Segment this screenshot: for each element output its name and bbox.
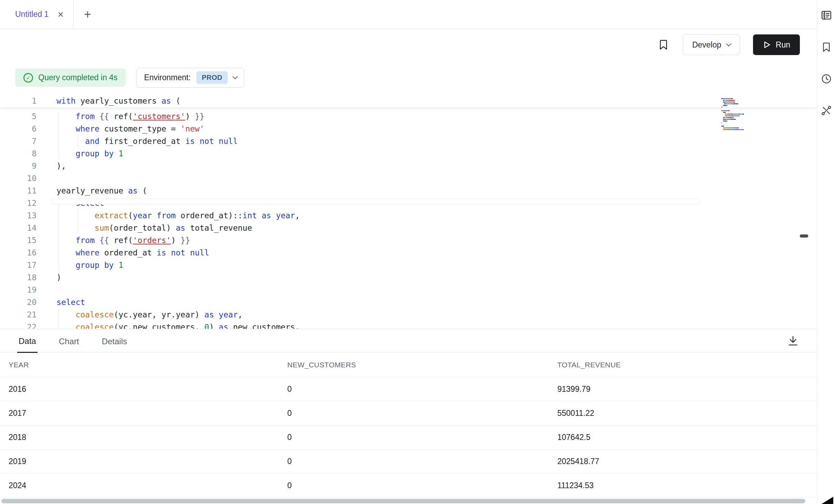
code-token: ) bbox=[209, 323, 219, 329]
code-token bbox=[56, 149, 75, 158]
lineage-panel-button[interactable] bbox=[821, 105, 832, 116]
code-token: ( bbox=[128, 211, 133, 220]
indent-guide bbox=[59, 259, 59, 271]
column-header-year[interactable]: YEAR bbox=[0, 361, 279, 369]
indent-guide bbox=[59, 135, 59, 147]
code-line[interactable]: 13 extract(year from ordered_at)::int as… bbox=[0, 209, 817, 222]
code-line[interactable]: 19 bbox=[0, 284, 817, 296]
close-tab-icon[interactable]: × bbox=[58, 9, 64, 20]
line-number: 15 bbox=[0, 234, 37, 246]
ref-link[interactable]: 'customers' bbox=[133, 112, 185, 121]
ref-link[interactable]: 'orders' bbox=[133, 236, 171, 245]
table-cell: 2016 bbox=[0, 385, 279, 394]
editor-panel-button[interactable] bbox=[820, 9, 833, 21]
download-results-button[interactable] bbox=[787, 335, 799, 348]
environment-selector[interactable]: Environment: PROD bbox=[136, 68, 244, 88]
code-token: as bbox=[262, 211, 271, 220]
code-token bbox=[95, 112, 100, 121]
code-token: 1 bbox=[118, 149, 123, 158]
code-line[interactable]: 5 from {{ ref('customers') }} bbox=[0, 110, 817, 123]
code-line[interactable]: 15 from {{ ref('orders') }} bbox=[0, 234, 817, 246]
line-number: 12 bbox=[0, 197, 37, 209]
indent-guide bbox=[59, 308, 59, 321]
tab-details[interactable]: Details bbox=[100, 337, 128, 352]
line-number: 1 bbox=[0, 95, 37, 107]
code-line[interactable]: 1with yearly_customers as ( bbox=[0, 95, 817, 107]
resize-grip[interactable] bbox=[822, 497, 833, 504]
indent-guide bbox=[59, 110, 59, 123]
code-token: ) bbox=[185, 112, 195, 121]
chevron-down-icon bbox=[726, 41, 732, 46]
table-cell: 0 bbox=[279, 481, 549, 490]
sticky-scroll-line[interactable]: 1with yearly_customers as ( bbox=[0, 95, 817, 107]
bookmark-icon bbox=[657, 39, 670, 51]
code-token: ordered_at bbox=[100, 248, 157, 257]
code-line[interactable]: 18) bbox=[0, 271, 817, 284]
code-token: from bbox=[157, 211, 176, 220]
develop-dropdown[interactable]: Develop bbox=[683, 34, 740, 55]
code-token: year bbox=[133, 211, 152, 220]
environment-label: Environment: bbox=[144, 73, 191, 82]
line-number: 16 bbox=[0, 246, 37, 259]
code-line[interactable]: 6 where customer_type = 'new' bbox=[0, 123, 817, 135]
code-line[interactable]: 16 where ordered_at is not null bbox=[0, 246, 817, 259]
code-token: with bbox=[56, 96, 75, 105]
code-line[interactable]: 11yearly_revenue as ( bbox=[0, 185, 817, 197]
code-token bbox=[152, 211, 157, 220]
minimap[interactable] bbox=[721, 98, 763, 131]
bookmark-button[interactable] bbox=[657, 39, 670, 51]
code-token: ) bbox=[56, 273, 61, 282]
tab-data[interactable]: Data bbox=[17, 336, 38, 353]
play-icon bbox=[763, 41, 771, 49]
column-header-new-customers[interactable]: NEW_CUSTOMERS bbox=[279, 361, 549, 369]
history-panel-button[interactable] bbox=[821, 73, 832, 85]
table-cell: 0 bbox=[279, 409, 549, 418]
table-header-row: YEAR NEW_CUSTOMERS TOTAL_REVENUE bbox=[0, 353, 817, 377]
table-cell: 2018 bbox=[0, 433, 279, 442]
tab-untitled-1[interactable]: Untitled 1 × bbox=[0, 0, 74, 29]
horizontal-scrollbar-thumb[interactable] bbox=[1, 499, 805, 503]
line-number: 18 bbox=[0, 271, 37, 284]
code-token bbox=[56, 211, 95, 220]
bookmarks-panel-button[interactable] bbox=[821, 41, 832, 53]
code-token: ( bbox=[171, 96, 181, 105]
code-token: is not null bbox=[185, 137, 238, 146]
line-number: 19 bbox=[0, 284, 37, 296]
code-token: as bbox=[204, 310, 214, 319]
code-token: (yc.year, yr.year) bbox=[114, 310, 204, 319]
code-line[interactable]: 17 group by 1 bbox=[0, 259, 817, 271]
new-tab-button[interactable]: + bbox=[84, 8, 91, 21]
code-token: year bbox=[276, 211, 295, 220]
code-line[interactable]: 21 coalesce(yc.year, yr.year) as year, bbox=[0, 308, 817, 321]
code-token: total_revenue bbox=[185, 223, 252, 232]
app-window: Untitled 1 × + Develop Run bbox=[0, 0, 835, 504]
code-token: first_ordered_at bbox=[100, 137, 185, 146]
code-line[interactable]: 10 bbox=[0, 172, 817, 185]
sql-editor[interactable]: 1with yearly_customers as ( 5 from {{ re… bbox=[0, 95, 817, 329]
code-token bbox=[214, 310, 219, 319]
code-token bbox=[56, 261, 75, 270]
code-token: group by bbox=[75, 149, 114, 158]
table-row: 201902025418.77 bbox=[0, 450, 817, 474]
code-token bbox=[56, 112, 75, 121]
run-button[interactable]: Run bbox=[753, 34, 800, 55]
indent-guide bbox=[59, 147, 59, 160]
code-line[interactable]: 14 sum(order_total) as total_revenue bbox=[0, 222, 817, 234]
scrollbar-thumb[interactable] bbox=[800, 234, 808, 238]
column-header-total-revenue[interactable]: TOTAL_REVENUE bbox=[549, 361, 817, 369]
code-line[interactable]: 20select bbox=[0, 296, 817, 308]
toolbar: Develop Run bbox=[0, 29, 817, 61]
code-line[interactable]: 8 group by 1 bbox=[0, 147, 817, 160]
environment-value-badge: PROD bbox=[196, 71, 228, 84]
code-token: coalesce bbox=[75, 323, 114, 329]
code-area[interactable]: 5 from {{ ref('customers') }}6 where cus… bbox=[0, 110, 817, 329]
code-token: ref( bbox=[109, 236, 133, 245]
tab-chart[interactable]: Chart bbox=[58, 337, 81, 352]
table-row: 20170550011.22 bbox=[0, 401, 817, 426]
code-line[interactable]: 7 and first_ordered_at is not null bbox=[0, 135, 817, 147]
code-line[interactable]: 22 coalesce(yc.new_customers, 0) as new_… bbox=[0, 321, 817, 329]
code-line[interactable]: 9), bbox=[0, 160, 817, 172]
indent-guide bbox=[59, 209, 59, 222]
table-cell: 0 bbox=[279, 385, 549, 394]
tab-bar: Untitled 1 × + bbox=[0, 0, 817, 29]
